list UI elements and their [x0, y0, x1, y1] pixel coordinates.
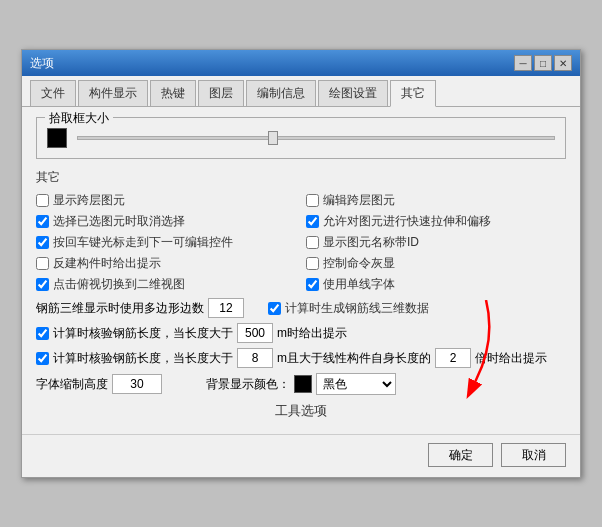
minimize-button[interactable]: ─ — [514, 55, 532, 71]
checkbox-top-view: 点击俯视切换到二维视图 — [36, 276, 296, 293]
verify-length-row2: 计算时核验钢筋长度，当长度大于 m且大于线性构件自身长度的 倍时给出提示 — [36, 348, 566, 368]
verify-length-row1: 计算时核验钢筋长度，当长度大于 m时给出提示 — [36, 323, 566, 343]
checkbox-cmd-gray: 控制命令灰显 — [306, 255, 566, 272]
cb-cmd-gray-label: 控制命令灰显 — [323, 255, 395, 272]
size-slider-track — [77, 136, 555, 140]
cb-allow-stretch[interactable] — [306, 215, 319, 228]
calc-3d-data-row: 计算时生成钢筋线三维数据 — [268, 300, 429, 317]
tab-draw-settings[interactable]: 绘图设置 — [318, 80, 388, 106]
verify-length2-value1[interactable] — [237, 348, 273, 368]
cb-edit-cross-layer-label: 编辑跨层图元 — [323, 192, 395, 209]
verify-length2-value2[interactable] — [435, 348, 471, 368]
size-slider-thumb[interactable] — [268, 131, 278, 145]
cb-enter-nav-label: 按回车键光标走到下一可编辑控件 — [53, 234, 233, 251]
checkbox-edit-cross-layer: 编辑跨层图元 — [306, 192, 566, 209]
title-controls: ─ □ ✕ — [514, 55, 572, 71]
cb-verify-length1[interactable] — [36, 327, 49, 340]
cb-calc-3d-data[interactable] — [268, 302, 281, 315]
cb-show-id-label: 显示图元名称带ID — [323, 234, 419, 251]
checkbox-show-id: 显示图元名称带ID — [306, 234, 566, 251]
main-window: 选项 ─ □ ✕ 文件 构件显示 热键 图层 编制信息 绘图设置 其它 拾取框大… — [21, 49, 581, 478]
cb-cmd-gray[interactable] — [306, 257, 319, 270]
tab-file[interactable]: 文件 — [30, 80, 76, 106]
cb-show-id[interactable] — [306, 236, 319, 249]
title-bar: 选项 ─ □ ✕ — [22, 50, 580, 76]
cb-verify-length2[interactable] — [36, 352, 49, 365]
cb-deselect-label: 选择已选图元时取消选择 — [53, 213, 185, 230]
cb-single-font[interactable] — [306, 278, 319, 291]
verify-length2-label-mid: m且大于线性构件自身长度的 — [277, 350, 431, 367]
annotation-area: 工具选项 — [36, 400, 566, 420]
polygon-sides-input[interactable] — [208, 298, 244, 318]
checkbox-show-cross-layer: 显示跨层图元 — [36, 192, 296, 209]
cancel-button[interactable]: 取消 — [501, 443, 566, 467]
bg-color-swatch — [294, 375, 312, 393]
verify-length2-label-after: 倍时给出提示 — [475, 350, 547, 367]
cb-top-view[interactable] — [36, 278, 49, 291]
section-label: 其它 — [36, 169, 566, 186]
cb-reverse-prompt-label: 反建构件时给出提示 — [53, 255, 161, 272]
cb-single-font-label: 使用单线字体 — [323, 276, 395, 293]
cb-reverse-prompt[interactable] — [36, 257, 49, 270]
group-label: 拾取框大小 — [45, 110, 113, 127]
footer: 确定 取消 — [22, 434, 580, 477]
tab-hotkey[interactable]: 热键 — [150, 80, 196, 106]
pick-box-group: 拾取框大小 — [36, 117, 566, 159]
checkbox-allow-stretch: 允许对图元进行快速拉伸和偏移 — [306, 213, 566, 230]
cb-allow-stretch-label: 允许对图元进行快速拉伸和偏移 — [323, 213, 491, 230]
options-grid: 显示跨层图元 编辑跨层图元 选择已选图元时取消选择 允许对图元进行快速拉伸和偏移… — [36, 192, 566, 293]
window-title: 选项 — [30, 55, 54, 72]
cb-show-cross-layer-label: 显示跨层图元 — [53, 192, 125, 209]
polygon-sides-row: 钢筋三维显示时使用多边形边数 计算时生成钢筋线三维数据 — [36, 298, 566, 318]
checkbox-reverse-prompt: 反建构件时给出提示 — [36, 255, 296, 272]
tab-bar: 文件 构件显示 热键 图层 编制信息 绘图设置 其它 — [22, 76, 580, 107]
verify-length2-label-before: 计算时核验钢筋长度，当长度大于 — [53, 350, 233, 367]
checkbox-single-font: 使用单线字体 — [306, 276, 566, 293]
tab-compile-info[interactable]: 编制信息 — [246, 80, 316, 106]
tab-component-display[interactable]: 构件显示 — [78, 80, 148, 106]
font-color-row: 字体缩制高度 背景显示颜色： 黑色 — [36, 373, 566, 395]
bg-color-select[interactable]: 黑色 — [316, 373, 396, 395]
cb-calc-3d-data-label: 计算时生成钢筋线三维数据 — [285, 300, 429, 317]
content-area: 拾取框大小 其它 显示跨层图元 编辑跨层图元 — [22, 107, 580, 434]
bg-color-label: 背景显示颜色： — [206, 376, 290, 393]
tab-layer[interactable]: 图层 — [198, 80, 244, 106]
close-button[interactable]: ✕ — [554, 55, 572, 71]
cb-show-cross-layer[interactable] — [36, 194, 49, 207]
checkbox-enter-nav: 按回车键光标走到下一可编辑控件 — [36, 234, 296, 251]
annotation-text: 工具选项 — [275, 402, 327, 420]
ok-button[interactable]: 确定 — [428, 443, 493, 467]
cb-edit-cross-layer[interactable] — [306, 194, 319, 207]
cb-deselect[interactable] — [36, 215, 49, 228]
verify-length1-label-before: 计算时核验钢筋长度，当长度大于 — [53, 325, 233, 342]
checkbox-deselect: 选择已选图元时取消选择 — [36, 213, 296, 230]
verify-length1-value[interactable] — [237, 323, 273, 343]
tab-other[interactable]: 其它 — [390, 80, 436, 107]
font-height-label: 字体缩制高度 — [36, 376, 108, 393]
verify-length1-label-after: m时给出提示 — [277, 325, 347, 342]
size-row — [47, 124, 555, 148]
cb-enter-nav[interactable] — [36, 236, 49, 249]
font-height-input[interactable] — [112, 374, 162, 394]
restore-button[interactable]: □ — [534, 55, 552, 71]
size-preview-box — [47, 128, 67, 148]
cb-top-view-label: 点击俯视切换到二维视图 — [53, 276, 185, 293]
polygon-sides-label: 钢筋三维显示时使用多边形边数 — [36, 300, 204, 317]
